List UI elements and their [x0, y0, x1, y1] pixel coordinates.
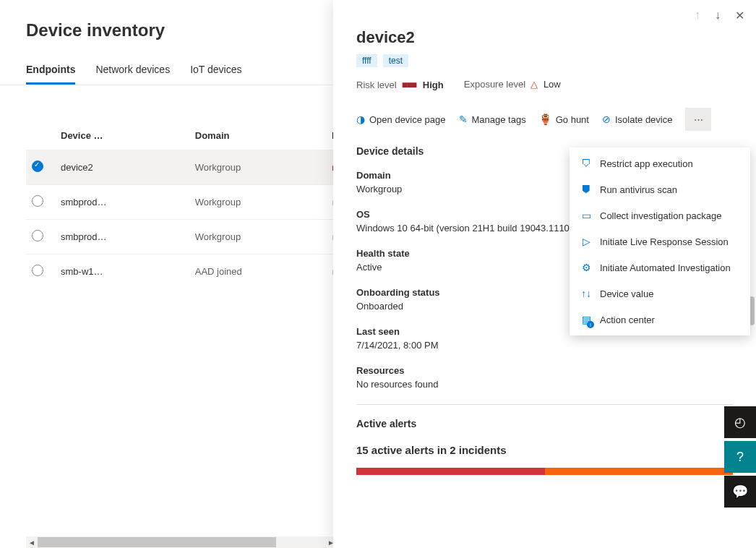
- col-domain[interactable]: Domain: [189, 121, 326, 150]
- next-device-icon[interactable]: ↓: [715, 9, 721, 22]
- isolate-device-button[interactable]: ⊘Isolate device: [602, 114, 673, 125]
- cell-domain: Workgroup: [189, 150, 326, 185]
- close-icon[interactable]: ✕: [735, 9, 744, 22]
- open-icon: ◑: [356, 114, 365, 125]
- panel-device-title: device2: [356, 28, 733, 47]
- hunt-icon: 🏺: [539, 114, 551, 125]
- tab-endpoints[interactable]: Endpoints: [26, 58, 75, 85]
- more-actions-button[interactable]: ⋯: [685, 108, 711, 131]
- cell-device: smbprod…: [55, 185, 189, 220]
- cell-domain: Workgroup: [189, 185, 326, 220]
- row-select[interactable]: [32, 160, 43, 172]
- isolate-icon: ⊘: [602, 114, 611, 125]
- risk-level-value: High: [423, 80, 444, 90]
- updown-icon: ↑↓: [580, 288, 593, 299]
- notification-badge-icon: !: [587, 321, 594, 328]
- row-select[interactable]: [32, 265, 43, 276]
- action-center-item[interactable]: ▤Action center!: [570, 307, 750, 333]
- gear-icon: ⚙: [580, 262, 593, 273]
- warning-icon: △: [531, 79, 538, 90]
- tag-icon: ✎: [459, 114, 468, 125]
- automated-investigation-item[interactable]: ⚙Initiate Automated Investigation: [570, 254, 750, 281]
- go-hunt-button[interactable]: 🏺Go hunt: [539, 114, 589, 125]
- shield-icon: ⛊: [580, 184, 593, 195]
- play-icon: ▷: [580, 236, 593, 247]
- restrict-icon: ⛉: [580, 158, 593, 169]
- run-antivirus-item[interactable]: ⛊Run antivirus scan: [570, 176, 750, 202]
- exposure-level-value: Low: [544, 79, 561, 90]
- tag-chip[interactable]: test: [383, 54, 408, 67]
- row-select[interactable]: [32, 230, 43, 241]
- risk-level-label: Risk level: [356, 80, 397, 90]
- horizontal-scrollbar[interactable]: ◄►: [26, 536, 337, 548]
- resources-value: No resources found: [356, 379, 733, 390]
- active-alerts-heading: Active alerts: [356, 418, 416, 429]
- restrict-app-execution-item[interactable]: ⛉Restrict app execution: [570, 150, 750, 176]
- package-icon: ▭: [580, 210, 593, 221]
- tab-iot-devices[interactable]: IoT devices: [190, 58, 241, 85]
- prev-device-icon: ↑: [695, 9, 700, 22]
- live-response-item[interactable]: ▷Initiate Live Response Session: [570, 228, 750, 254]
- manage-tags-button[interactable]: ✎Manage tags: [459, 114, 526, 125]
- cell-device: smbprod…: [55, 220, 189, 254]
- cell-device: device2: [55, 150, 189, 185]
- dock-help-button[interactable]: ?: [724, 441, 756, 473]
- exposure-level-label: Exposure level: [464, 79, 525, 90]
- cell-domain: Workgroup: [189, 220, 326, 254]
- row-select[interactable]: [32, 195, 43, 207]
- active-alerts-summary: 15 active alerts in 2 incidents: [356, 444, 733, 456]
- tab-network-devices[interactable]: Network devices: [95, 58, 170, 85]
- device-value-item[interactable]: ↑↓Device value: [570, 281, 750, 307]
- collect-package-item[interactable]: ▭Collect investigation package: [570, 202, 750, 228]
- dock-compass-button[interactable]: ◴: [724, 406, 756, 438]
- lastseen-value: 7/14/2021, 8:00 PM: [356, 340, 733, 351]
- open-device-page-button[interactable]: ◑Open device page: [356, 114, 446, 125]
- cell-device: smb-w1…: [55, 254, 189, 289]
- alert-severity-bar: [356, 468, 733, 475]
- tag-chip[interactable]: ffff: [356, 54, 377, 67]
- resources-label: Resources: [356, 365, 733, 376]
- cell-domain: AAD joined: [189, 254, 326, 289]
- more-actions-menu: ⛉Restrict app execution ⛊Run antivirus s…: [570, 147, 750, 335]
- dock-feedback-button[interactable]: 💬: [724, 476, 756, 508]
- col-device[interactable]: Device …: [55, 121, 189, 150]
- risk-indicator-icon: ■■■: [402, 79, 416, 90]
